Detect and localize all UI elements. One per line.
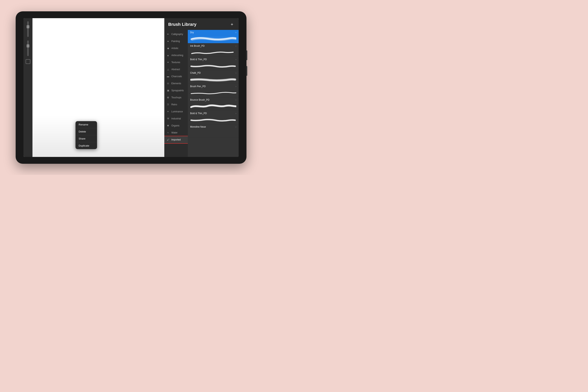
category-organic[interactable]: ✱ Organic	[164, 122, 188, 129]
side-button-bottom[interactable]	[246, 66, 247, 76]
brush-stroke-chalk	[190, 76, 236, 82]
tablet: Rename Delete Share Duplicate Brush Libr…	[16, 11, 246, 164]
category-touchups[interactable]: ✿ Touchups	[164, 94, 188, 101]
category-painting[interactable]: ● Painting	[164, 38, 188, 45]
brush-panel-title: Brush Library	[168, 22, 196, 27]
brush-preview-chalk	[190, 75, 236, 83]
brush-name-chalk: Chalk_PD	[190, 72, 201, 74]
context-menu-duplicate[interactable]: Duplicate	[76, 142, 97, 149]
category-artistic[interactable]: ◆ Artistic	[164, 45, 188, 52]
brush-item-dry[interactable]: Dry ›	[188, 30, 239, 44]
brush-name-bounce-brush: Bounce Brush_PD	[190, 98, 209, 101]
category-charcoals[interactable]: ▬ Charcoals	[164, 73, 188, 80]
category-textures[interactable]: ✦ Textures	[164, 59, 188, 66]
category-airbrushing[interactable]: ▲ Airbrushing	[164, 52, 188, 59]
brush-chevron-dry: ›	[235, 31, 236, 34]
brush-item-bold-thin-1-header: Bold & Thin_PD ›	[190, 58, 236, 61]
category-retro[interactable]: ℛ Retro	[164, 101, 188, 108]
category-label-luminance: Luminance	[171, 110, 183, 113]
brush-chevron-bold-thin-2: ›	[235, 112, 236, 114]
brush-stroke-monoline	[190, 131, 236, 134]
brush-chevron-brush-pen: ›	[235, 85, 236, 88]
imported-icon: 🖌	[166, 138, 170, 142]
brush-item-bold-thin-2-header: Bold & Thin_PD ›	[190, 112, 236, 115]
category-elements[interactable]: ⊙ Elements	[164, 80, 188, 87]
brush-item-bold-thin-1[interactable]: Bold & Thin_PD ›	[188, 57, 239, 70]
brush-preview-brush-pen	[190, 88, 236, 96]
category-water[interactable]: ≈ Water	[164, 129, 188, 136]
touchups-icon: ✿	[166, 96, 170, 99]
brush-name-dry: Dry	[190, 31, 194, 34]
charcoals-icon: ▬	[166, 75, 170, 78]
airbrushing-icon: ▲	[166, 54, 170, 57]
opacity-slider[interactable]	[27, 21, 29, 37]
brush-item-chalk[interactable]: Chalk_PD ›	[188, 70, 239, 84]
brush-name-ink: Ink Brush_PD	[190, 44, 205, 47]
brush-item-chalk-header: Chalk_PD ›	[190, 72, 236, 74]
category-luminance[interactable]: ✴ Luminance	[164, 108, 188, 115]
brush-name-brush-pen: Brush Pen_PD	[190, 85, 206, 88]
brush-stroke-bounce-brush	[190, 103, 236, 109]
industrial-icon: ⚒	[166, 117, 170, 120]
brush-preview-bold-thin-2	[190, 116, 236, 123]
elements-icon: ⊙	[166, 82, 170, 85]
brush-panel-header: Brush Library +	[164, 18, 239, 30]
side-button-top[interactable]	[246, 50, 247, 60]
brush-preview-monoline	[190, 129, 236, 137]
color-swatch[interactable]	[26, 59, 30, 64]
category-abstract[interactable]: △ Abstract	[164, 66, 188, 73]
category-label-industrial: Industrial	[171, 117, 181, 120]
brush-item-monoline-header: Monoline Neue ›	[190, 126, 236, 128]
water-icon: ≈	[166, 131, 170, 134]
context-menu-delete[interactable]: Delete	[76, 128, 97, 135]
category-label-organic: Organic	[171, 124, 180, 127]
brush-name-bold-thin-2: Bold & Thin_PD	[190, 112, 207, 115]
brush-chevron-chalk: ›	[235, 72, 236, 74]
brush-chevron-bold-thin-1: ›	[235, 58, 236, 60]
category-label-retro: Retro	[171, 103, 177, 106]
brush-item-brush-pen-header: Brush Pen_PD ›	[190, 85, 236, 88]
brush-item-bounce-brush-header: Bounce Brush_PD ›	[190, 98, 236, 101]
category-label-calligraphy: Calligraphy	[171, 33, 183, 36]
category-label-airbrushing: Airbrushing	[171, 54, 183, 57]
brush-item-bounce-brush[interactable]: Bounce Brush_PD ›	[188, 97, 239, 111]
category-label-artistic: Artistic	[171, 47, 178, 50]
spraypaints-icon: ▣	[166, 89, 170, 92]
category-industrial[interactable]: ⚒ Industrial	[164, 115, 188, 122]
brush-item-ink-header: Ink Brush_PD ›	[190, 44, 236, 47]
canvas-area[interactable]: Rename Delete Share Duplicate	[33, 18, 164, 157]
brush-preview-dry	[190, 34, 236, 42]
category-label-textures: Textures	[171, 61, 180, 64]
brush-name-bold-thin-1: Bold & Thin_PD	[190, 58, 207, 61]
category-label-water: Water	[171, 131, 178, 134]
category-label-touchups: Touchups	[171, 96, 181, 99]
brush-item-monoline[interactable]: Monoline Neue ›	[188, 124, 239, 138]
category-label-imported: Imported	[171, 138, 181, 141]
brush-stroke-brush-pen	[190, 90, 236, 95]
category-imported[interactable]: 🖌 Imported	[164, 136, 188, 143]
brush-item-brush-pen[interactable]: Brush Pen_PD ›	[188, 84, 239, 97]
brush-chevron-bounce-brush: ›	[235, 99, 236, 101]
context-menu: Rename Delete Share Duplicate	[76, 121, 97, 149]
brush-chevron-ink: ›	[235, 45, 236, 47]
artistic-icon: ◆	[166, 46, 170, 50]
brush-stroke-bold-thin-1	[190, 63, 236, 68]
category-spraypaints[interactable]: ▣ Spraypaints	[164, 87, 188, 94]
brush-panel-content: ✒ Calligraphy ● Painting ◆ Artistic ▲ Ai…	[164, 30, 239, 157]
brush-preview-bold-thin-1	[190, 62, 236, 69]
brush-stroke-ink	[190, 49, 236, 55]
screen: Rename Delete Share Duplicate Brush Libr…	[24, 18, 239, 157]
add-brush-button[interactable]: +	[229, 22, 235, 27]
brush-item-ink-brush[interactable]: Ink Brush_PD ›	[188, 44, 239, 57]
category-label-elements: Elements	[171, 82, 181, 85]
category-calligraphy[interactable]: ✒ Calligraphy	[164, 31, 188, 38]
context-menu-share[interactable]: Share	[76, 135, 97, 142]
category-label-charcoals: Charcoals	[171, 75, 182, 78]
context-menu-rename[interactable]: Rename	[76, 121, 97, 128]
brush-item-bold-thin-2[interactable]: Bold & Thin_PD ›	[188, 111, 239, 124]
brush-stroke-bold-thin-2	[190, 117, 236, 122]
painting-icon: ●	[166, 40, 170, 43]
size-slider[interactable]	[27, 40, 29, 56]
brush-stroke-dry	[190, 35, 236, 42]
brush-preview-bounce-brush	[190, 102, 236, 110]
